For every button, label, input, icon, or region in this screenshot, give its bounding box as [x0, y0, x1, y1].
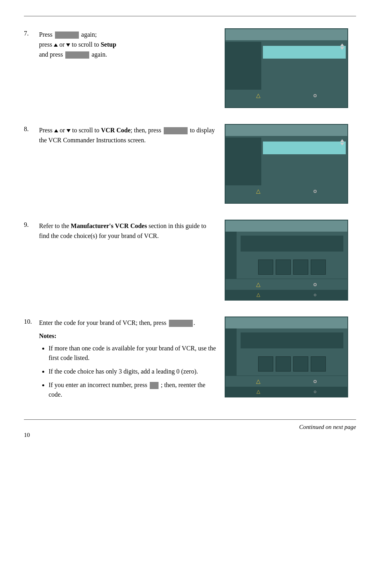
screen-sidebar-7 [225, 42, 261, 90]
screen-sidebar-8 [225, 138, 261, 185]
bottom-dot-small-9 [314, 294, 316, 296]
button-inline-4 [169, 320, 193, 327]
screen-mock-10: △ △ [225, 317, 348, 397]
notes-section: Notes: If more than one code is availabl… [39, 331, 217, 399]
code-box-10-1 [258, 356, 273, 372]
code-box-9-3 [293, 260, 308, 275]
screen-mock-9: △ △ [225, 220, 348, 301]
page-number: 10 [24, 432, 30, 439]
code-boxes-9 [241, 260, 343, 275]
code-bottom-row2-10: △ [225, 387, 347, 397]
code-bottom-row1-10: △ [225, 376, 347, 387]
screen-arrow-up-8 [340, 139, 344, 142]
code-sidebar-9 [225, 232, 237, 279]
bottom-triangle-small-10: △ [257, 389, 260, 395]
code-mid-area-10 [225, 328, 347, 376]
screen-highlight-7 [263, 46, 346, 59]
arrow-up-icon-1 [54, 43, 58, 47]
bottom-dot-small-10 [314, 391, 316, 393]
arrow-up-icon-2 [54, 129, 58, 132]
code-main-10 [237, 328, 347, 376]
section-step8: 8. Press or to scroll to VCR Code; then,… [24, 124, 356, 204]
code-bottom-row2-9: △ [225, 290, 347, 300]
page: 7. Press again; press or to scroll to Se… [0, 0, 380, 446]
code-box-10-2 [276, 356, 291, 372]
screen-arrows-7 [340, 43, 344, 50]
screen-arrows-8 [340, 139, 344, 146]
step10-screen: △ △ [225, 317, 356, 397]
notes-list: If more than one code is available for y… [49, 344, 217, 399]
step9-text-col: 9. Refer to the Manufacturer's VCR Codes… [24, 220, 225, 241]
code-box-9-2 [276, 260, 291, 275]
code-text-area-9 [241, 236, 343, 252]
arrow-down-icon-1 [66, 43, 70, 47]
screen-top-bar-10 [225, 317, 347, 328]
code-box-10-3 [293, 356, 308, 372]
screen-bottom-bar-7: △ [225, 90, 347, 101]
screen-mock-8: △ [225, 124, 348, 204]
screen-content-7 [261, 42, 347, 90]
bottom-triangle-icon-7: △ [256, 92, 261, 99]
button-inline-2 [65, 51, 89, 59]
step8-screen: △ [225, 124, 356, 204]
arrow-down-icon-2 [67, 129, 71, 132]
screen-arrow-down-8 [340, 143, 344, 146]
bottom-triangle-icon-8: △ [256, 188, 261, 195]
bottom-triangle-small-9: △ [257, 292, 260, 298]
note-item-2: If the code choice has only 3 digits, ad… [49, 367, 217, 376]
bottom-dot-10a [313, 380, 317, 383]
screen-top-bar-9 [225, 220, 347, 232]
screen-content-8 [261, 138, 347, 185]
screen-top-bar-7 [225, 29, 347, 40]
screen-arrow-up-7 [340, 43, 344, 46]
screen-top-bar-8 [225, 125, 347, 136]
screen-menu-7 [225, 42, 347, 90]
code-main-9 [237, 232, 347, 279]
screen-bottom-bar-8: △ [225, 185, 347, 197]
code-boxes-10 [241, 356, 343, 372]
notes-title: Notes: [39, 331, 217, 341]
step9-number: 9. [24, 221, 37, 241]
bottom-triangle-icon-10a: △ [256, 378, 261, 385]
bottom-rule [24, 419, 356, 420]
code-sidebar-10 [225, 328, 237, 376]
step7-text: Press again; press or to scroll to Setup… [39, 30, 116, 59]
step10-text: Enter the code for your brand of VCR; th… [39, 318, 217, 403]
step10-text-col: 10. Enter the code for your brand of VCR… [24, 317, 225, 403]
section-step10: 10. Enter the code for your brand of VCR… [24, 317, 356, 403]
button-inline-3 [164, 127, 188, 134]
step9-text: Refer to the Manufacturer's VCR Codes se… [39, 221, 217, 241]
note-item-1: If more than one code is available for y… [49, 344, 217, 363]
bottom-dot-9a [313, 283, 317, 286]
step8-number: 8. [24, 126, 37, 146]
screen-highlight-8 [263, 142, 346, 154]
step10-number: 10. [24, 318, 37, 403]
bottom-triangle-icon-9a: △ [256, 281, 261, 288]
step8-text: Press or to scroll to VCR Code; then, pr… [39, 126, 217, 146]
screen-arrow-down-7 [340, 47, 344, 50]
code-bottom-row1-9: △ [225, 279, 347, 290]
section-step9: 9. Refer to the Manufacturer's VCR Codes… [24, 220, 356, 301]
code-text-area-10 [241, 332, 343, 348]
code-mid-area-9 [225, 232, 347, 279]
screen-mock-7: △ [225, 28, 348, 108]
step7-text-col: 7. Press again; press or to scroll to Se… [24, 28, 225, 59]
continued-text: Continued on next page [24, 424, 356, 431]
top-rule [24, 16, 356, 16]
code-box-9-4 [311, 260, 326, 275]
step9-screen: △ △ [225, 220, 356, 301]
button-inline-1 [55, 31, 79, 39]
bottom-dot-8 [313, 190, 317, 193]
screen-menu-8 [225, 138, 347, 185]
code-box-10-4 [311, 356, 326, 372]
step8-text-col: 8. Press or to scroll to VCR Code; then,… [24, 124, 225, 146]
button-inline-5 [150, 382, 159, 389]
note-item-3: If you enter an incorrect number, press … [49, 380, 217, 399]
step7-number: 7. [24, 30, 37, 59]
section-step7: 7. Press again; press or to scroll to Se… [24, 28, 356, 108]
code-box-9-1 [258, 260, 273, 275]
bottom-dot-7 [313, 94, 317, 97]
step7-screen: △ [225, 28, 356, 108]
